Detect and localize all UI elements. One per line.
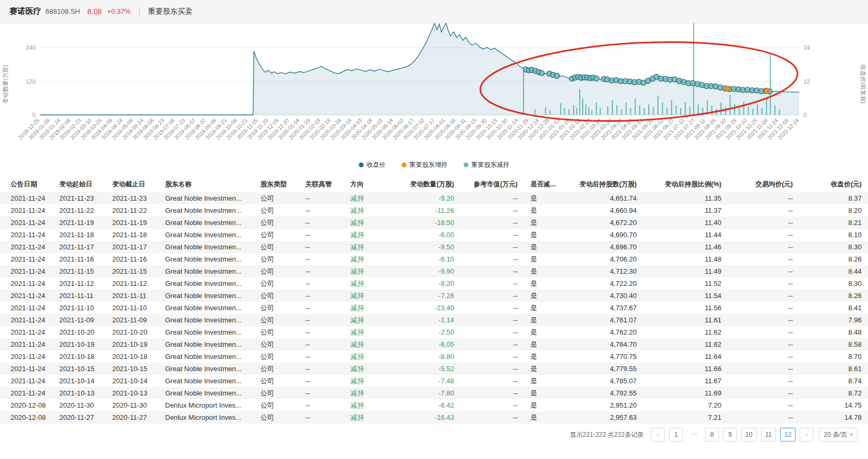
table-cell: 2020-12-08 (0, 411, 53, 424)
table-cell: -- (299, 265, 344, 277)
stock-change-percent: +0.37% (107, 7, 130, 15)
table-row[interactable]: 2021-11-242021-10-182021-10-18Great Nobl… (0, 350, 868, 363)
holder-trade-chart: 001201224024变动数量(万股)收盘价(前复权)2018-12-2520… (0, 23, 868, 156)
table-cell: -6.05 (394, 338, 460, 350)
table-cell: 减持 (344, 241, 394, 253)
table-row[interactable]: 2021-11-242021-11-232021-11-23Great Nobl… (0, 192, 868, 204)
table-row[interactable]: 2021-11-242021-11-122021-11-12Great Nobl… (0, 277, 868, 290)
table-cell: 是 (524, 399, 566, 411)
table-row[interactable]: 2021-11-242021-11-192021-11-19Great Nobl… (0, 217, 868, 229)
table-cell: -- (460, 326, 524, 338)
table-cell: 是 (524, 217, 566, 229)
table-cell: 11.49 (643, 265, 728, 277)
legend-dot-icon (359, 163, 364, 167)
table-row[interactable]: 2021-11-242021-11-172021-11-17Great Nobl… (0, 241, 868, 253)
table-cell: 减持 (344, 302, 394, 314)
table-row[interactable]: 2020-12-082020-11-272020-11-27Denlux Mic… (0, 411, 868, 424)
legend-item[interactable]: 重要股东减持 (464, 160, 510, 169)
table-cell: Great Noble Investmen... (159, 375, 254, 387)
table-cell: 2020-11-30 (53, 399, 106, 411)
table-row[interactable]: 2021-11-242021-11-102021-11-10Great Nobl… (0, 302, 868, 314)
table-cell: -- (299, 314, 344, 326)
table-cell: 8.70 (799, 350, 868, 363)
column-header: 变动截止日 (106, 177, 159, 192)
table-cell: 2021-11-10 (106, 302, 159, 314)
table-cell: 8.30 (799, 241, 868, 253)
table-cell: 是 (524, 375, 566, 387)
table-row[interactable]: 2021-11-242021-11-222021-11-22Great Nobl… (0, 204, 868, 217)
table-cell: 是 (524, 192, 566, 204)
legend-item[interactable]: 收盘价 (359, 160, 386, 169)
table-cell: 2,951.20 (566, 399, 643, 411)
table-row[interactable]: 2021-11-242021-10-142021-10-14Great Nobl… (0, 375, 868, 387)
table-cell: 4,761.07 (566, 314, 643, 326)
table-header-row: 公告日期变动起始日变动截止日股东名称股东类型关联高管方向变动数量(万股)参考市值… (0, 177, 868, 192)
table-row[interactable]: 2021-11-242021-10-202021-10-20Great Nobl… (0, 326, 868, 338)
table-cell: -- (728, 290, 799, 302)
table-cell: Great Noble Investmen... (159, 277, 254, 290)
table-cell: 4,706.20 (566, 253, 643, 265)
page-button-1[interactable]: 1 (669, 428, 683, 442)
page-button-8[interactable]: 8 (705, 428, 719, 442)
table-cell: -- (460, 363, 524, 375)
table-row[interactable]: 2021-11-242021-10-152021-10-15Great Nobl… (0, 363, 868, 375)
table-cell: 11.35 (643, 192, 728, 204)
stock-code: 688108.SH (46, 7, 80, 15)
table-row[interactable]: 2020-12-082020-11-302020-11-30Denlux Mic… (0, 399, 868, 411)
table-cell: 2021-11-17 (53, 241, 106, 253)
column-header: 方向 (344, 177, 394, 192)
page-button-12[interactable]: 12 (780, 428, 795, 442)
table-cell: 7.96 (799, 314, 868, 326)
table-cell: 2020-11-27 (53, 411, 106, 424)
table-cell: 2021-10-18 (53, 350, 106, 363)
table-cell: -- (728, 350, 799, 363)
table-cell: 2021-11-12 (53, 277, 106, 290)
table-cell: -- (460, 411, 524, 424)
table-cell: Great Noble Investmen... (159, 350, 254, 363)
table-row[interactable]: 2021-11-242021-11-152021-11-15Great Nobl… (0, 265, 868, 277)
table-cell: -- (299, 241, 344, 253)
column-header: 关联高管 (299, 177, 344, 192)
price-area (40, 23, 799, 115)
page-prev-button[interactable]: ‹ (651, 428, 665, 442)
table-row[interactable]: 2021-11-242021-11-162021-11-16Great Nobl… (0, 253, 868, 265)
column-header: 公告日期 (0, 177, 53, 192)
table-row[interactable]: 2021-11-242021-10-132021-10-13Great Nobl… (0, 387, 868, 399)
page-button-11[interactable]: 11 (761, 428, 776, 442)
table-cell: 2021-11-09 (106, 314, 159, 326)
table-cell: 减持 (344, 314, 394, 326)
page-next-button[interactable]: › (800, 428, 813, 442)
page-size-select[interactable]: 20 条/页 ▾ (819, 428, 857, 442)
table-cell: 是 (524, 411, 566, 424)
table-cell: -- (299, 229, 344, 241)
right-axis-tick: 0 (803, 112, 807, 118)
tab-important-holder-trades[interactable]: 重要股东买卖 (148, 7, 193, 16)
table-cell: 8.20 (799, 204, 868, 217)
table-cell: 是 (524, 290, 566, 302)
page-button-9[interactable]: 9 (723, 428, 737, 442)
table-cell: -6.10 (394, 253, 460, 265)
table-cell: 是 (524, 326, 566, 338)
table-row[interactable]: 2021-11-242021-11-092021-11-09Great Nobl… (0, 314, 868, 326)
table-cell: 2021-11-16 (106, 253, 159, 265)
holder-trades-table: 公告日期变动起始日变动截止日股东名称股东类型关联高管方向变动数量(万股)参考市值… (0, 177, 868, 424)
column-header: 变动后持股比例(%) (643, 177, 728, 192)
table-cell: 8.21 (799, 217, 868, 229)
table-row[interactable]: 2021-11-242021-11-182021-11-18Great Nobl… (0, 229, 868, 241)
table-cell: 4,712.30 (566, 265, 643, 277)
table-cell: 是 (524, 302, 566, 314)
table-row[interactable]: 2021-11-242021-10-192021-10-19Great Nobl… (0, 338, 868, 350)
page-button-10[interactable]: 10 (741, 428, 756, 442)
table-cell: 11.62 (643, 326, 728, 338)
table-cell: 11.54 (643, 290, 728, 302)
table-cell: 4,762.20 (566, 326, 643, 338)
table-cell: 14.78 (799, 411, 868, 424)
table-cell: 公司 (254, 363, 299, 375)
table-cell: 2021-11-22 (53, 204, 106, 217)
right-axis-tick: 12 (803, 78, 810, 85)
legend-item[interactable]: 重要股东增持 (402, 160, 448, 169)
table-cell: 2021-11-24 (0, 204, 53, 217)
stock-name: 赛诺医疗 (10, 6, 41, 16)
table-row[interactable]: 2021-11-242021-11-112021-11-11Great Nobl… (0, 290, 868, 302)
table-cell: 2021-11-24 (0, 302, 53, 314)
